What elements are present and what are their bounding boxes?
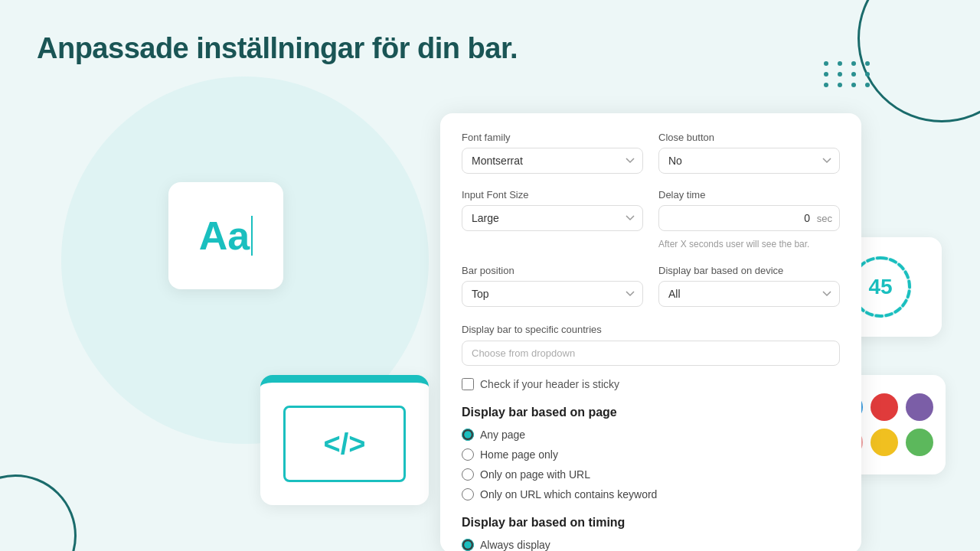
color-dot-red [871, 393, 898, 421]
input-font-size-group: Input Font Size SmallMediumLarge [462, 189, 643, 249]
code-card-inner: </> [283, 406, 406, 482]
input-font-size-label: Input Font Size [462, 189, 643, 201]
form-row-1: Font family MontserratArialRobotoOpen Sa… [462, 132, 840, 174]
display-on-page-radio-group: Any page Home page only Only on page wit… [462, 429, 840, 500]
display-on-page-title: Display bar based on page [462, 406, 840, 419]
radio-home-page-label: Home page only [480, 448, 558, 461]
delay-time-label: Delay time [658, 189, 840, 201]
display-on-timing-section: Display bar based on timing Always displ… [462, 516, 840, 551]
radio-always-label: Always display [480, 539, 550, 551]
form-row-3: Bar position TopBottom Display bar based… [462, 265, 840, 307]
form-row-2: Input Font Size SmallMediumLarge Delay t… [462, 189, 840, 249]
radio-keyword-page-input[interactable] [462, 488, 474, 500]
radio-always-input[interactable] [462, 539, 474, 551]
radio-url-page-label: Only on page with URL [480, 468, 590, 481]
display-device-group: Display bar based on device AllMobileDes… [658, 265, 840, 307]
delay-sec-label: sec [817, 213, 832, 224]
radio-keyword-page-label: Only on URL which contains keyword [480, 488, 657, 500]
font-preview-card: Aa [168, 182, 283, 289]
input-font-size-select[interactable]: SmallMediumLarge [462, 205, 643, 231]
radio-always-display: Always display [462, 539, 840, 551]
delay-time-input[interactable] [658, 205, 840, 231]
close-button-select[interactable]: NoYes [658, 148, 840, 174]
font-cursor [251, 216, 253, 256]
decorative-circle-bottom-left [0, 474, 77, 551]
code-card: </> [260, 375, 429, 505]
delay-time-group: Delay time sec After X seconds user will… [658, 189, 840, 249]
close-button-group: Close button NoYes [658, 132, 840, 174]
code-symbol: </> [324, 428, 366, 461]
delay-input-wrapper: sec [658, 205, 840, 231]
sticky-header-checkbox[interactable] [462, 378, 474, 390]
display-device-label: Display bar based on device [658, 265, 840, 276]
timer-number: 45 [868, 275, 892, 299]
font-preview-text: Aa [199, 213, 250, 259]
radio-any-page-input[interactable] [462, 429, 474, 441]
radio-any-page: Any page [462, 429, 840, 441]
radio-keyword-page: Only on URL which contains keyword [462, 488, 840, 500]
color-dot-purple [906, 393, 933, 421]
display-on-timing-radio-group: Always display Schedule [462, 539, 840, 551]
color-dot-green [906, 429, 933, 456]
font-family-label: Font family [462, 132, 643, 143]
radio-url-page: Only on page with URL [462, 468, 840, 481]
specific-countries-select[interactable]: Choose from dropdown [462, 341, 840, 366]
radio-any-page-label: Any page [480, 429, 525, 441]
radio-home-page: Home page only [462, 448, 840, 461]
font-family-group: Font family MontserratArialRobotoOpen Sa… [462, 132, 643, 174]
bar-position-group: Bar position TopBottom [462, 265, 643, 307]
close-button-label: Close button [658, 132, 840, 143]
color-dot-yellow [871, 429, 898, 456]
display-device-select[interactable]: AllMobileDesktop [658, 281, 840, 307]
specific-countries-label: Display bar to specific countries [462, 324, 602, 335]
delay-help-text: After X seconds user will see the bar. [658, 239, 840, 249]
decorative-dots [824, 61, 873, 87]
radio-url-page-input[interactable] [462, 468, 474, 481]
page-title: Anpassade inställningar för din bar. [37, 32, 518, 65]
display-on-page-section: Display bar based on page Any page Home … [462, 406, 840, 500]
decorative-circle-top-right [858, 0, 980, 122]
specific-countries-group: Display bar to specific countries Choose… [462, 322, 840, 366]
bar-position-label: Bar position [462, 265, 643, 276]
sticky-header-row: Check if your header is sticky [462, 378, 840, 390]
bar-position-select[interactable]: TopBottom [462, 281, 643, 307]
font-family-select[interactable]: MontserratArialRobotoOpen Sans [462, 148, 643, 174]
display-on-timing-title: Display bar based on timing [462, 516, 840, 530]
radio-home-page-input[interactable] [462, 448, 474, 461]
settings-panel: Font family MontserratArialRobotoOpen Sa… [440, 113, 861, 551]
sticky-header-label[interactable]: Check if your header is sticky [480, 378, 619, 390]
